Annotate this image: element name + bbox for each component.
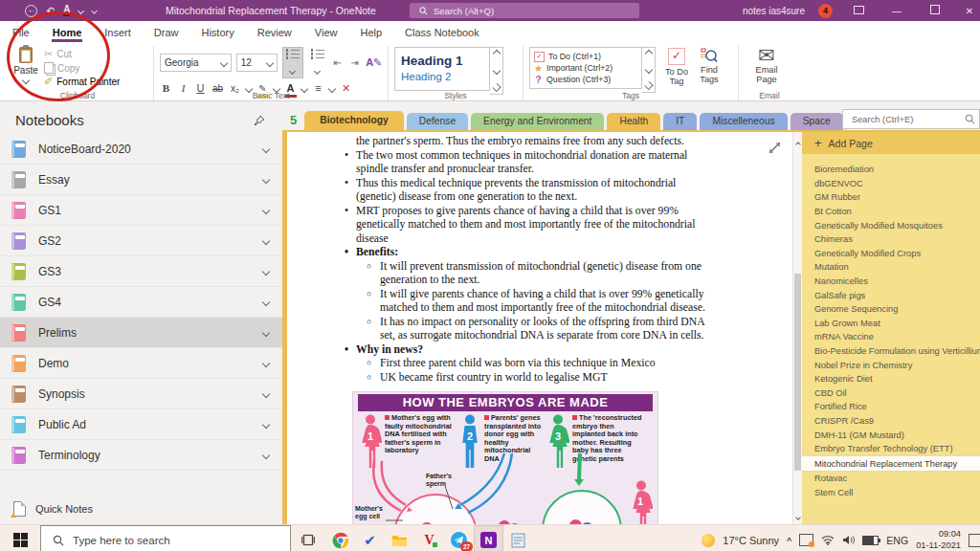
chevron-down-icon[interactable] xyxy=(78,7,84,13)
note-sub-bullet[interactable]: ○It will give parents chance of having a… xyxy=(343,288,706,316)
ribbon-tab-home[interactable]: Home xyxy=(52,23,83,42)
ribbon-tab-view[interactable]: View xyxy=(314,23,339,42)
email-page-button[interactable]: ✉ Email Page xyxy=(745,46,789,84)
page-item-dmh-11-gm-mustard[interactable]: DMH-11 (GM Mustard) xyxy=(802,428,980,442)
heading1-style[interactable]: Heading 1 xyxy=(401,54,483,70)
ribbon-tab-file[interactable]: File xyxy=(11,23,31,42)
page-item-nanomicelles[interactable]: Nanomicelles xyxy=(802,275,980,289)
cut-button[interactable]: ✂Cut xyxy=(44,48,120,60)
resize-icon[interactable] xyxy=(768,142,781,154)
sidebar-item-gs3[interactable]: GS3 xyxy=(0,256,282,287)
add-page-button[interactable]: + Add Page xyxy=(802,132,980,154)
page-item-mitochondrial-replacement-therapy[interactable]: Mitochondrial Replacement Therapy xyxy=(802,455,980,472)
pin-icon[interactable] xyxy=(254,115,265,126)
note-bullet[interactable]: •Why in news? xyxy=(343,343,706,358)
find-tags-button[interactable]: Find Tags xyxy=(693,46,725,84)
language-indicator[interactable]: ENG xyxy=(886,535,908,546)
chevron-down-icon[interactable] xyxy=(262,267,270,275)
task-view-button[interactable] xyxy=(291,525,325,551)
taskbar-app-todo[interactable]: ✔ xyxy=(355,525,385,551)
note-bullet[interactable]: •MRT proposes to give parents chance of … xyxy=(343,205,706,247)
close-button[interactable]: ✕ xyxy=(961,6,978,16)
weather-sun-icon[interactable] xyxy=(702,534,715,547)
taskbar-app-onenote[interactable]: N xyxy=(474,525,503,551)
bullet-list-button[interactable] xyxy=(282,47,303,78)
note-text[interactable]: the partner's sperm. Thus the embryo rem… xyxy=(343,135,706,385)
styles-pen-icon[interactable]: A✎ xyxy=(366,55,382,70)
font-name-combo[interactable]: Georgia xyxy=(160,54,232,72)
account-name[interactable]: notes ias4sure xyxy=(743,6,805,16)
page-item-stem-cell[interactable]: Stem Cell xyxy=(802,486,980,500)
page-item-lab-grown-meat[interactable]: Lab Grown Meat xyxy=(802,317,980,331)
titlebar-search[interactable]: Search (Alt+Q) xyxy=(410,3,639,18)
sidebar-item-synopsis[interactable]: Synopsis xyxy=(0,379,282,409)
page-item-genome-sequencing[interactable]: Genome Sequencing xyxy=(802,302,980,317)
taskbar-app-chrome[interactable] xyxy=(325,525,355,551)
ribbon-tab-class-notebook[interactable]: Class Notebook xyxy=(404,23,480,42)
page-item-dbgenvoc[interactable]: dbGENVOC xyxy=(802,177,980,191)
ribbon-tab-draw[interactable]: Draw xyxy=(153,23,180,42)
styles-scroll-strip[interactable] xyxy=(490,47,503,95)
clock[interactable]: 09:04 01-11-2021 xyxy=(916,529,961,550)
font-color-icon[interactable]: A xyxy=(63,5,70,16)
chevron-down-icon[interactable] xyxy=(262,206,270,213)
note-sub-bullet[interactable]: ○It will prevent transmission of mitocho… xyxy=(343,260,706,288)
minimize-button[interactable]: — xyxy=(884,6,909,16)
section-tab-it[interactable]: IT xyxy=(663,113,697,130)
sidebar-item-essay[interactable]: Essay xyxy=(0,165,282,195)
chevron-down-icon[interactable] xyxy=(262,389,270,397)
page-item-chimeras[interactable]: Chimeras xyxy=(802,232,980,247)
page-item-rotavac[interactable]: Rotavac xyxy=(802,472,980,486)
battery-icon[interactable] xyxy=(862,536,879,545)
app-window-tray-icon[interactable] xyxy=(799,534,813,546)
tag-item-3[interactable]: ?Question (Ctrl+3) xyxy=(534,75,637,85)
sidebar-item-prelims[interactable]: Prelims xyxy=(0,318,282,348)
chevron-down-icon[interactable] xyxy=(262,236,270,244)
chevron-down-icon[interactable] xyxy=(262,144,270,152)
chevron-down-icon[interactable] xyxy=(262,175,270,183)
page-item-mutation[interactable]: Mutation xyxy=(802,260,980,275)
section-tab-health[interactable]: Health xyxy=(607,113,660,130)
page-item-genetically-modified-crops[interactable]: Genetically Modified Crops xyxy=(802,247,980,261)
page-item-mrna-vaccine[interactable]: mRNA Vaccine xyxy=(802,330,980,344)
ribbon-tab-insert[interactable]: Insert xyxy=(103,23,132,42)
paste-button[interactable]: Paste xyxy=(8,46,44,83)
page-search-box[interactable]: Search (Ctrl+E) xyxy=(842,109,980,129)
chevron-down-icon[interactable] xyxy=(262,328,270,336)
undo-icon[interactable]: ↶ xyxy=(46,6,55,16)
sidebar-item-public-ad[interactable]: Public Ad xyxy=(0,409,282,440)
note-canvas[interactable]: the partner's sperm. Thus the embryo rem… xyxy=(287,132,792,524)
sidebar-item-terminology[interactable]: Terminology xyxy=(0,440,282,471)
tag-item-2[interactable]: ★Important (Ctrl+2) xyxy=(534,63,637,74)
chevron-down-icon[interactable] xyxy=(262,298,270,305)
tag-item-1[interactable]: ✓To Do (Ctrl+1) xyxy=(534,52,637,62)
note-bullet[interactable]: •The two most common techniques in mitoc… xyxy=(343,149,706,177)
chevron-down-icon[interactable] xyxy=(262,420,270,428)
ribbon-tab-review[interactable]: Review xyxy=(256,23,293,42)
sidebar-item-gs1[interactable]: GS1 xyxy=(0,195,282,226)
volume-icon[interactable] xyxy=(842,535,855,545)
font-size-combo[interactable]: 12 xyxy=(236,54,278,72)
section-tab-defense[interactable]: Defense xyxy=(407,113,468,130)
note-bullet[interactable]: •Benefits: xyxy=(343,246,706,260)
taskbar-app-notepad[interactable] xyxy=(503,525,533,551)
vertical-scrollbar[interactable] xyxy=(792,132,802,524)
page-item-crispr-cas9[interactable]: CRISPR /Cas9 xyxy=(802,414,980,429)
page-item-embryo-transfer-technology-ett[interactable]: Embryo Transfer Technology (ETT) xyxy=(802,442,980,456)
ribbon-tab-help[interactable]: Help xyxy=(359,23,383,42)
ribbon-tab-history[interactable]: History xyxy=(200,23,234,42)
taskbar-app-telegram[interactable]: 27 xyxy=(444,525,474,551)
section-tab-energy-and-environment[interactable]: Energy and Environment xyxy=(471,113,604,130)
note-bullet[interactable]: •Thus this medical technique prevents th… xyxy=(343,177,706,205)
numbered-list-button[interactable] xyxy=(308,48,327,77)
customize-quick-access-icon[interactable] xyxy=(92,8,98,13)
ribbon-display-options-icon[interactable] xyxy=(846,6,871,16)
taskbar-app-explorer[interactable] xyxy=(385,525,414,551)
embryo-infographic-image[interactable]: HOW THE EMBRYOS ARE MADE 1Mother's egg w… xyxy=(352,391,658,524)
page-item-nobel-prize-in-chemistry[interactable]: Nobel Prize in Chemistry xyxy=(802,358,980,372)
note-line[interactable]: the partner's sperm. Thus the embryo rem… xyxy=(343,135,706,149)
taskbar-search[interactable]: Type here to search xyxy=(40,525,291,551)
page-item-bioremediation[interactable]: Bioremediation xyxy=(802,163,980,177)
todo-tag-button[interactable]: ✓ To Do Tag xyxy=(660,46,693,86)
chevron-down-icon[interactable] xyxy=(262,359,270,366)
